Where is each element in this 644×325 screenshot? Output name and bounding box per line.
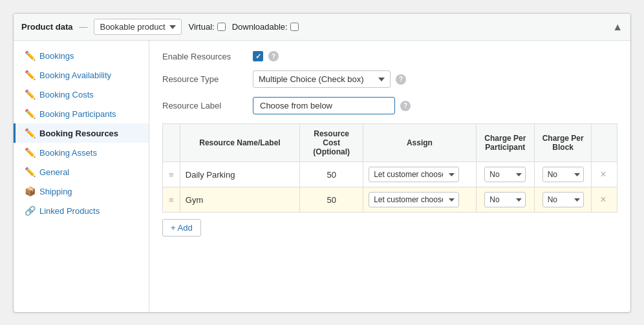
downloadable-checkbox[interactable] <box>290 23 299 31</box>
bookings-icon: ✏️ <box>25 50 36 61</box>
assign-select-2[interactable]: Let customer choose Automatic <box>369 192 459 207</box>
th-charge-per-block: Charge Per Block <box>535 124 592 162</box>
drag-handle-1[interactable]: ≡ <box>163 162 180 187</box>
booking-assets-icon: ✏️ <box>25 147 36 158</box>
delete-cell-2: × <box>592 187 617 213</box>
booking-participants-icon: ✏️ <box>25 109 36 119</box>
resource-name-1: Daily Parking <box>180 162 299 187</box>
charge-per-block-cell-2: No Yes <box>535 187 592 213</box>
booking-costs-icon: ✏️ <box>25 89 36 100</box>
th-resource-name: Resource Name/Label <box>180 124 299 162</box>
resource-cost-1: 50 <box>300 162 363 187</box>
sidebar-item-booking-resources[interactable]: ✏️ Booking Resources <box>14 123 149 143</box>
charge-per-block-cell-1: No Yes <box>535 162 592 187</box>
sidebar-item-general[interactable]: ✏️ General <box>14 162 149 182</box>
resource-type-row: Resource Type Multiple Choice (Check box… <box>162 70 617 88</box>
sidebar-item-booking-costs[interactable]: ✏️ Booking Costs <box>14 85 149 104</box>
charge-per-participant-select-1[interactable]: No Yes <box>484 167 526 182</box>
downloadable-checkbox-label: Downloadable: <box>232 22 299 32</box>
sidebar-item-booking-assets[interactable]: ✏️ Booking Assets <box>14 143 149 162</box>
th-cost: Resource Cost (Optional) <box>300 124 363 162</box>
virtual-checkbox-label: Virtual: <box>188 22 225 32</box>
panel-body: ✏️ Bookings ✏️ Booking Availability ✏️ B… <box>14 41 630 312</box>
resource-label-label: Resource Label <box>162 101 246 110</box>
virtual-checkbox[interactable] <box>217 23 226 31</box>
th-drag <box>163 124 180 162</box>
panel-header: Product data — Bookable product Simple p… <box>14 14 630 41</box>
th-assign: Assign <box>363 124 476 162</box>
resource-name-2: Gym <box>180 187 299 213</box>
th-delete <box>592 124 617 162</box>
resource-label-controls: ? <box>253 97 411 114</box>
resource-cost-2: 50 <box>300 187 363 213</box>
charge-per-block-select-2[interactable]: No Yes <box>542 192 584 207</box>
enable-resources-checkbox[interactable] <box>253 51 263 61</box>
enable-resources-controls: ? <box>253 51 279 61</box>
resource-label-help-icon[interactable]: ? <box>400 101 411 111</box>
booking-resources-icon: ✏️ <box>25 128 36 138</box>
sidebar-item-shipping[interactable]: 📦 Shipping <box>14 182 149 201</box>
product-data-panel: Product data — Bookable product Simple p… <box>13 13 631 313</box>
sidebar-item-booking-availability[interactable]: ✏️ Booking Availability <box>14 65 149 85</box>
assign-cell-1: Let customer choose Automatic <box>363 162 476 187</box>
sidebar-item-booking-participants[interactable]: ✏️ Booking Participants <box>14 104 149 123</box>
charge-per-block-select-1[interactable]: No Yes <box>542 167 584 182</box>
resource-type-select[interactable]: Multiple Choice (Check box) Multiple Cho… <box>253 70 391 88</box>
panel-dash: — <box>79 22 87 32</box>
resource-label-input[interactable] <box>253 97 395 114</box>
linked-products-icon: 🔗 <box>25 205 36 216</box>
resource-label-row: Resource Label ? <box>162 97 617 114</box>
shipping-icon: 📦 <box>25 186 36 196</box>
enable-resources-help-icon[interactable]: ? <box>268 51 279 61</box>
resources-table: Resource Name/Label Resource Cost (Optio… <box>162 123 617 213</box>
booking-availability-icon: ✏️ <box>25 70 36 80</box>
sidebar: ✏️ Bookings ✏️ Booking Availability ✏️ B… <box>14 41 149 312</box>
sidebar-item-linked-products[interactable]: 🔗 Linked Products <box>14 201 149 220</box>
collapse-icon[interactable]: ▲ <box>612 21 623 33</box>
table-row: ≡ Gym 50 Let customer choose Automatic N… <box>163 187 617 213</box>
assign-cell-2: Let customer choose Automatic <box>363 187 476 213</box>
charge-per-participant-select-2[interactable]: No Yes <box>484 192 526 207</box>
enable-resources-label: Enable Resources <box>162 52 246 61</box>
drag-handle-2[interactable]: ≡ <box>163 187 180 213</box>
add-resource-button[interactable]: + Add <box>162 219 201 236</box>
assign-select-1[interactable]: Let customer choose Automatic <box>369 167 459 182</box>
delete-row-1-button[interactable]: × <box>597 168 609 181</box>
resource-type-label: Resource Type <box>162 74 246 84</box>
resource-type-help-icon[interactable]: ? <box>396 74 406 85</box>
panel-title: Product data <box>21 22 72 32</box>
charge-per-participant-cell-1: No Yes <box>476 162 534 187</box>
enable-resources-row: Enable Resources ? <box>162 51 617 61</box>
charge-per-participant-cell-2: No Yes <box>476 187 534 213</box>
sidebar-item-bookings[interactable]: ✏️ Bookings <box>14 46 149 65</box>
table-row: ≡ Daily Parking 50 Let customer choose A… <box>163 162 617 187</box>
general-icon: ✏️ <box>25 167 36 177</box>
product-type-select[interactable]: Bookable product Simple product Variable… <box>94 19 182 35</box>
resource-type-controls: Multiple Choice (Check box) Multiple Cho… <box>253 70 406 88</box>
delete-row-2-button[interactable]: × <box>597 193 609 206</box>
th-charge-per-participant: Charge Per Participant <box>476 124 534 162</box>
delete-cell-1: × <box>592 162 617 187</box>
main-content: Enable Resources ? Resource Type Multipl… <box>149 41 630 312</box>
